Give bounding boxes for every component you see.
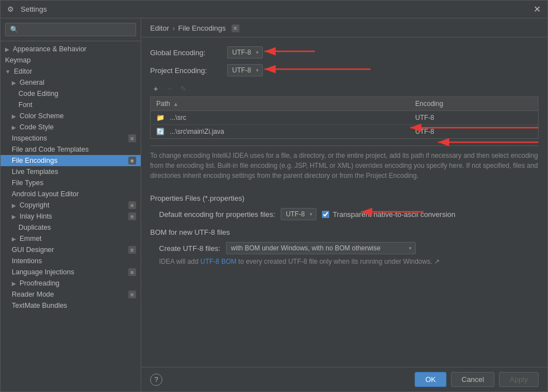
sidebar-item-code-editing[interactable]: Code Editing	[1, 88, 141, 99]
info-text: To change encoding IntelliJ IDEA uses fo…	[150, 146, 539, 185]
sidebar-item-intentions[interactable]: Intentions	[1, 255, 141, 267]
sidebar-item-label: Code Style	[20, 123, 54, 131]
settings-dialog: ⚙ Settings ✕ ▶ Appearance & Behavior Key…	[0, 0, 548, 392]
sidebar-item-code-style[interactable]: ▶ Code Style	[1, 122, 141, 133]
sidebar-item-font[interactable]: Font	[1, 99, 141, 110]
bom-hint-link: UTF-8 BOM	[200, 258, 237, 265]
properties-section-title: Properties Files (*.properties)	[150, 194, 539, 202]
apply-button[interactable]: Apply	[499, 372, 539, 387]
footer-left: ?	[150, 374, 162, 386]
sidebar-item-general[interactable]: ▶ General	[1, 77, 141, 88]
sidebar-item-editor[interactable]: ▼ Editor	[1, 66, 141, 77]
bom-section-title: BOM for new UTF-8 files	[150, 228, 539, 236]
help-button[interactable]: ?	[150, 374, 162, 386]
sidebar-item-copyright[interactable]: ▶ Copyright ≡	[1, 200, 141, 211]
sidebar-item-reader-mode[interactable]: Reader Mode ≡	[1, 289, 141, 300]
sidebar-item-language-injections[interactable]: Language Injections ≡	[1, 267, 141, 278]
breadcrumb: Editor › File Encodings ≡	[141, 18, 547, 37]
main-content: Editor › File Encodings ≡ Global Encodin…	[141, 18, 547, 391]
path-encoding-table: Path ▲ Encoding 📁	[150, 96, 539, 139]
sidebar-item-textmate-bundles[interactable]: TextMate Bundles	[1, 300, 141, 311]
sidebar-item-label: Appearance & Behavior	[13, 45, 86, 53]
sort-asc-icon: ▲	[173, 101, 179, 107]
bom-select[interactable]: with BOM under Windows, with no BOM othe…	[226, 242, 416, 254]
close-button[interactable]: ✕	[533, 5, 541, 14]
folder-icon: 📁	[156, 114, 165, 122]
badge-icon: ≡	[128, 157, 136, 164]
chevron-right-icon: ▶	[12, 214, 16, 220]
red-arrow-project	[253, 61, 376, 78]
sidebar-item-label: Reader Mode	[12, 291, 54, 298]
sidebar-item-inlay-hints[interactable]: ▶ Inlay Hints ≡	[1, 211, 141, 222]
table-toolbar: + − ✎	[150, 83, 539, 94]
sidebar-item-label: General	[20, 79, 44, 86]
sidebar-item-emmet[interactable]: ▶ Emmet	[1, 233, 141, 244]
sidebar-item-proofreading[interactable]: ▶ Proofreading	[1, 278, 141, 289]
badge-icon: ≡	[128, 134, 136, 142]
sidebar-item-label: File and Code Templates	[12, 146, 89, 153]
settings-tree: ▶ Appearance & Behavior Keymap ▼ Editor …	[1, 41, 141, 391]
transparent-label: Transparent native-to-ascii conversion	[333, 210, 455, 219]
props-encoding-select-wrapper: UTF-8	[281, 208, 316, 220]
badge-icon: ≡	[128, 268, 136, 276]
chevron-right-icon: ▶	[5, 46, 9, 52]
global-encoding-label: Global Encoding:	[150, 49, 223, 57]
bom-section: BOM for new UTF-8 files Create UTF-8 fil…	[150, 228, 539, 265]
breadcrumb-current: File Encodings	[178, 24, 225, 32]
sidebar-item-label: Duplicates	[18, 224, 51, 231]
sidebar-item-color-scheme[interactable]: ▶ Color Scheme	[1, 110, 141, 122]
sidebar-item-duplicates[interactable]: Duplicates	[1, 222, 141, 233]
add-path-button[interactable]: +	[150, 83, 161, 94]
sidebar-item-label: Language Injections	[12, 268, 74, 276]
table-row[interactable]: 🔄 ...\src\main\Zi.java UTF-8	[151, 125, 539, 139]
cancel-button[interactable]: Cancel	[451, 372, 494, 387]
properties-encoding-row: Default encoding for properties files: U…	[150, 208, 539, 220]
sidebar-item-label: Keymap	[5, 56, 31, 64]
sidebar-item-label: Copyright	[20, 201, 50, 209]
badge-icon: ≡	[128, 246, 136, 254]
sidebar-item-live-templates[interactable]: Live Templates	[1, 166, 141, 177]
chevron-down-icon: ▼	[5, 69, 11, 75]
title-bar: ⚙ Settings ✕	[1, 1, 547, 18]
sidebar-item-label: Intentions	[12, 257, 42, 265]
java-file-icon: 🔄	[156, 128, 165, 135]
chevron-right-icon: ▶	[12, 202, 16, 209]
dialog-body: ▶ Appearance & Behavior Keymap ▼ Editor …	[1, 18, 547, 391]
content-area: Global Encoding: UTF-8	[141, 37, 547, 367]
search-input[interactable]	[5, 23, 136, 36]
breadcrumb-separator: ›	[172, 24, 175, 32]
sidebar-item-label: File Types	[12, 179, 44, 187]
sidebar-item-file-encodings[interactable]: File Encodings ≡	[1, 155, 141, 166]
sidebar-item-file-code-templates[interactable]: File and Code Templates	[1, 144, 141, 155]
search-box	[1, 18, 141, 41]
badge-icon: ≡	[128, 201, 136, 209]
badge-icon: ≡	[128, 291, 136, 298]
edit-path-button[interactable]: ✎	[177, 83, 190, 94]
transparent-checkbox[interactable]	[322, 211, 329, 218]
sidebar-item-gui-designer[interactable]: GUI Designer ≡	[1, 244, 141, 255]
bom-hint-prefix: IDEA will add	[159, 258, 200, 265]
sidebar-item-label: File Encodings	[12, 157, 57, 164]
sidebar-item-keymap[interactable]: Keymap	[1, 55, 141, 66]
bom-select-wrapper: with BOM under Windows, with no BOM othe…	[226, 242, 416, 254]
sidebar-item-inspections[interactable]: Inspections ≡	[1, 133, 141, 144]
column-encoding: Encoding	[410, 97, 538, 111]
sidebar-item-label: Emmet	[20, 235, 42, 243]
remove-path-button[interactable]: −	[164, 83, 175, 94]
sidebar: ▶ Appearance & Behavior Keymap ▼ Editor …	[1, 18, 141, 391]
sidebar-item-label: TextMate Bundles	[12, 302, 67, 309]
path-cell: 📁 ...\src	[151, 111, 410, 125]
sidebar-item-label: GUI Designer	[12, 246, 54, 254]
sidebar-item-label: Editor	[14, 67, 32, 75]
table-row[interactable]: 📁 ...\src UTF-8	[151, 111, 539, 125]
sidebar-item-label: Font	[18, 101, 32, 109]
sidebar-item-android-layout-editor[interactable]: Android Layout Editor	[1, 188, 141, 200]
ok-button[interactable]: OK	[415, 372, 446, 387]
breadcrumb-badge: ≡	[232, 25, 239, 32]
chevron-right-icon: ▶	[12, 113, 16, 119]
global-encoding-row: Global Encoding: UTF-8	[150, 46, 263, 59]
props-encoding-select[interactable]: UTF-8	[281, 208, 316, 220]
sidebar-item-label: Android Layout Editor	[12, 190, 79, 198]
sidebar-item-appearance[interactable]: ▶ Appearance & Behavior	[1, 43, 141, 55]
sidebar-item-file-types[interactable]: File Types	[1, 177, 141, 188]
